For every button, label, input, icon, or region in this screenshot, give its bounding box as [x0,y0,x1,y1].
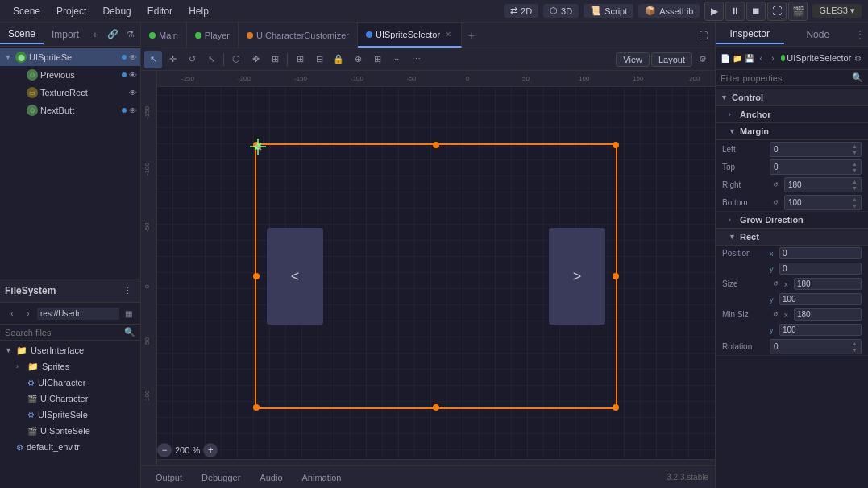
tab-close-uisprite[interactable]: ✕ [443,29,453,39]
size-x-value[interactable]: 180 [794,278,862,290]
filter-properties-input[interactable] [721,73,849,83]
size-y-value[interactable]: 100 [779,293,862,305]
previous-button[interactable]: < [267,228,323,325]
stepper-right[interactable]: ▲ ▼ [852,179,858,191]
handle-bl[interactable] [253,404,260,411]
fs-item-uicharacter-2[interactable]: 🎬 UICharacter [0,391,140,407]
section-header-grow[interactable]: › Grow Direction [716,212,868,229]
anchor-toggle[interactable]: ⊕ [349,51,367,68]
bottom-tab-output[interactable]: Output [147,471,190,484]
menu-editor[interactable]: Editor [141,4,179,19]
movie-button[interactable]: 🎬 [788,2,808,21]
tab-import[interactable]: Import [44,26,87,43]
move-tool[interactable]: ✛ [164,51,181,68]
layout-button[interactable]: Layout [651,52,692,67]
viewport-options[interactable]: ⚙ [694,51,712,68]
reset-btn-bottom[interactable]: ↺ [770,196,781,208]
min-x-value[interactable]: 180 [794,308,862,321]
guide-toggle[interactable]: ⊞ [368,51,386,68]
bottom-tab-animation[interactable]: Animation [294,471,350,484]
viewport-canvas[interactable]: -250 -200 -150 -100 -50 0 50 100 150 200… [141,71,715,465]
handle-tc[interactable] [433,142,439,148]
handle-ml[interactable] [253,273,260,279]
mode-script[interactable]: 📜 Script [584,4,633,18]
snap-toggle[interactable]: ⊞ [291,51,309,68]
inspector-history-btn[interactable]: 📄 [721,50,731,66]
lock-toggle[interactable]: 🔒 [330,51,347,68]
stepper-left[interactable]: ▲ ▼ [852,143,858,155]
scale-tool[interactable]: ⤡ [202,51,220,68]
search-input[interactable] [5,328,121,337]
tree-item-uispritesel[interactable]: ▼ ⬤ UISpriteSe 👁 [0,48,140,66]
fs-item-userinterface[interactable]: ▼ 📁 UserInterface [0,342,140,358]
editor-tab-player[interactable]: Player [187,23,239,48]
fs-back-button[interactable]: ‹ [5,306,19,321]
fs-item-uisprite-film[interactable]: 🎬 UISpriteSele [0,423,140,439]
zoom-in-button[interactable]: + [203,443,218,457]
tree-item-texturerect[interactable]: ▭ TextureRect 👁 [11,84,140,101]
zoom-out-button[interactable]: − [157,443,172,457]
inspector-menu-button[interactable]: ⋮ [852,29,868,40]
inspector-back-btn[interactable]: ‹ [756,50,766,66]
margin-right-value[interactable]: 180 ▲ ▼ [784,177,862,192]
menu-help[interactable]: Help [182,4,215,19]
rotation-value[interactable]: 0 ▲ ▼ [770,339,862,354]
tab-add-button[interactable]: + [462,29,481,42]
reset-btn-minsize[interactable]: ↺ [770,309,781,321]
reset-btn-size[interactable]: ↺ [770,279,781,290]
margin-left-value[interactable]: 0 ▲ ▼ [770,142,862,157]
fs-item-sprites[interactable]: › 📁 Sprites [0,358,140,374]
play-button[interactable]: ▶ [704,2,724,21]
gles-selector[interactable]: GLES3 ▾ [812,4,862,18]
mode-3d[interactable]: ⬡ 3D [543,4,579,18]
menu-scene[interactable]: Scene [6,4,47,19]
pos-y-value[interactable]: 0 [779,263,862,275]
inspector-save-btn[interactable]: 💾 [744,50,754,66]
pause-button[interactable]: ⏸ [725,2,745,21]
filesystem-options-button[interactable]: ⋮ [119,283,135,299]
inspector-folder-btn[interactable]: 📁 [733,50,743,66]
select-tool[interactable]: ↖ [144,51,162,68]
inspector-forward-btn[interactable]: › [768,50,779,66]
handle-mr[interactable] [613,273,619,279]
link-button[interactable]: 🔗 [105,27,121,43]
visibility-icon[interactable]: 👁 [129,53,137,62]
stepper-bottom[interactable]: ▲ ▼ [852,196,858,209]
pos-x-value[interactable]: 0 [779,247,862,259]
section-header-anchor[interactable]: › Anchor [716,106,868,123]
tree-item-previous[interactable]: ☺ Previous 👁 [11,66,140,84]
stepper-top[interactable]: ▲ ▼ [852,161,858,173]
visibility-icon-texturerect[interactable]: 👁 [129,89,137,97]
tab-node[interactable]: Node [784,26,853,43]
pivot-tool[interactable]: ⬡ [227,51,245,68]
reset-btn-right[interactable]: ↺ [770,179,781,190]
margin-top-value[interactable]: 0 ▲ ▼ [770,159,862,175]
menu-debug[interactable]: Debug [96,4,137,19]
stepper-rotation[interactable]: ▲ ▼ [852,341,858,353]
visibility-icon-nextbutt[interactable]: 👁 [129,106,137,115]
pan-tool[interactable]: ✥ [247,51,264,68]
tab-inspector[interactable]: Inspector [716,25,784,44]
min-y-value[interactable]: 100 [779,324,862,336]
fs-forward-button[interactable]: › [21,306,35,321]
section-header-rect[interactable]: ▼ Rect [716,229,868,246]
next-button[interactable]: > [549,228,605,325]
handle-tr[interactable] [613,142,619,148]
more-options[interactable]: ⋯ [407,51,425,68]
view-button[interactable]: View [616,52,650,67]
inspector-settings-btn[interactable]: ⚙ [853,50,863,66]
tree-item-nextbutt[interactable]: ☺ NextButt 👁 [11,101,140,119]
grid-toggle[interactable]: ⊟ [310,51,328,68]
stop-button[interactable]: ⏹ [746,2,766,21]
bottom-tab-debugger[interactable]: Debugger [193,471,248,484]
editor-tab-uicharacter[interactable]: UICharacterCustomizer [239,23,358,48]
editor-tab-main[interactable]: Main [141,23,187,48]
fs-item-default-env[interactable]: ⚙ default_env.tr [0,439,140,455]
fs-item-uicharacter-1[interactable]: ⚙ UICharacter [0,374,140,391]
handle-br[interactable] [613,404,619,411]
bottom-tab-audio[interactable]: Audio [251,471,290,484]
rotate-tool[interactable]: ↺ [183,51,201,68]
section-header-control[interactable]: ▼ Control [716,89,868,106]
add-node-button[interactable]: + [87,27,103,43]
mode-2d[interactable]: ⇄ 2D [504,4,538,18]
